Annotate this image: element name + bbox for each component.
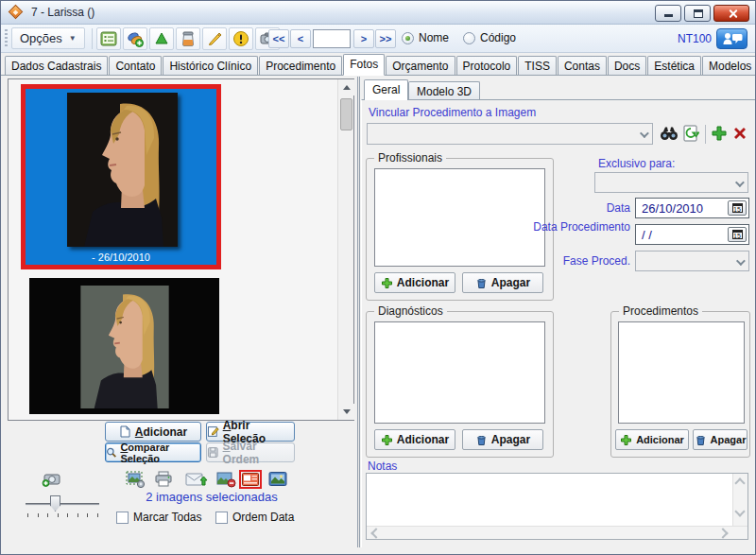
notas-horizontal-scrollbar[interactable] <box>367 526 747 539</box>
minimize-button[interactable] <box>655 5 681 22</box>
tab-protocolo[interactable]: Protocolo <box>456 56 518 75</box>
add-capture-button[interactable] <box>42 471 62 487</box>
scroll-up-button[interactable] <box>338 79 354 95</box>
diagnosticos-apagar-button[interactable]: Apagar <box>462 429 543 450</box>
salvar-ordem-button[interactable]: Salvar Ordem <box>206 442 295 462</box>
procedimentos-adicionar-button[interactable]: Adicionar <box>615 429 689 450</box>
nav-next-button[interactable]: > <box>353 29 374 48</box>
diagnosticos-adicionar-button[interactable]: Adicionar <box>374 429 455 450</box>
maximize-button[interactable] <box>684 5 711 22</box>
record-search-input[interactable] <box>313 29 351 48</box>
marcar-todas-option[interactable]: Marcar Todas <box>116 511 201 524</box>
tab-procedimento[interactable]: Procedimento <box>259 56 342 75</box>
close-button[interactable] <box>713 5 749 22</box>
arrow-left-icon <box>370 528 381 538</box>
nav-last-button[interactable]: >> <box>375 29 396 48</box>
slider-thumb[interactable] <box>50 495 60 512</box>
subtab-geral[interactable]: Geral <box>364 79 408 100</box>
main-toolbar: Opções ▼ << < > >> Nome <box>1 25 755 53</box>
diagnosticos-list[interactable] <box>374 321 545 424</box>
procedimentos-list[interactable] <box>618 321 745 424</box>
photo-thumbnail-2[interactable] <box>29 278 219 414</box>
medications-button[interactable] <box>123 27 147 50</box>
image-view-button[interactable] <box>268 471 287 487</box>
remove-image-button[interactable] <box>216 471 236 488</box>
user-chat-button[interactable] <box>716 28 747 49</box>
adicionar-foto-button[interactable]: Adicionar <box>105 422 201 442</box>
send-email-button[interactable] <box>185 471 208 488</box>
calendar-icon: 15 <box>732 230 743 239</box>
tab-tiss[interactable]: TISS <box>518 56 557 75</box>
profissionais-list[interactable] <box>374 168 545 267</box>
options-menu-button[interactable]: Opções ▼ <box>11 27 85 49</box>
notas-textarea[interactable] <box>366 473 748 540</box>
compare-mode-button-highlighted[interactable] <box>239 470 262 489</box>
tab-dados-cadastrais[interactable]: Dados Cadastrais <box>5 56 108 75</box>
tab-fotos[interactable]: Fotos <box>343 54 385 76</box>
notas-vertical-scrollbar[interactable] <box>732 474 747 526</box>
profissionais-adicionar-button[interactable]: Adicionar <box>374 272 455 293</box>
data-procedimento-input[interactable]: / / 15 <box>635 224 749 245</box>
data-input[interactable]: 26/10/2010 15 <box>635 198 749 218</box>
nav-prev-button[interactable]: < <box>290 29 311 48</box>
evolution-button[interactable] <box>149 27 174 50</box>
comparar-selecao-button[interactable]: Comparar Seleção <box>105 442 201 462</box>
arrow-up-icon <box>343 85 351 90</box>
tab-estetica[interactable]: Estética <box>647 56 701 75</box>
patient-photo-1 <box>67 93 178 247</box>
select-images-button[interactable] <box>125 470 146 489</box>
search-procedimento-button[interactable] <box>660 125 679 142</box>
selection-status-label: 2 imagens selecionadas <box>107 490 317 504</box>
specimen-button[interactable] <box>176 27 200 50</box>
vincular-procedimento-select[interactable] <box>367 123 653 145</box>
pills-icon <box>127 30 144 47</box>
nav-first-button[interactable]: << <box>268 29 289 48</box>
toolbar-gripper[interactable] <box>5 29 8 48</box>
window-controls <box>655 5 749 22</box>
edit-button[interactable] <box>202 27 227 50</box>
data-calendar-button[interactable]: 15 <box>728 200 747 216</box>
tab-docs[interactable]: Docs <box>608 56 646 75</box>
image-remove-icon <box>216 471 236 488</box>
radio-nome[interactable] <box>402 32 414 44</box>
scrollbar-thumb[interactable] <box>340 98 352 130</box>
magnifier-icon <box>106 446 116 459</box>
image-selection-icon <box>125 470 146 489</box>
close-icon <box>728 9 738 19</box>
data-procedimento-calendar-button[interactable]: 15 <box>728 227 747 242</box>
salvar-ordem-label: Salvar Ordem <box>223 440 294 466</box>
profissionais-apagar-button[interactable]: Apagar <box>462 272 543 293</box>
search-by-codigo-option[interactable]: Código <box>463 31 516 44</box>
pane-splitter[interactable] <box>357 77 360 547</box>
search-by-nome-option[interactable]: Nome <box>402 31 449 44</box>
green-plus-icon <box>381 434 393 446</box>
thumbnail-size-slider[interactable] <box>26 503 99 506</box>
refresh-procedimento-button[interactable] <box>682 125 699 142</box>
exclusivo-para-select[interactable] <box>594 172 748 193</box>
adicionar-label: Adicionar <box>135 425 187 439</box>
clear-procedimento-button[interactable] <box>731 125 748 142</box>
scroll-down-button[interactable] <box>338 404 354 420</box>
radio-codigo[interactable] <box>463 32 475 44</box>
ordem-data-option[interactable]: Ordem Data <box>215 511 294 524</box>
users-chat-icon <box>722 31 743 46</box>
print-button[interactable] <box>154 471 173 488</box>
photo-thumbnail-selected[interactable]: - 26/10/2010 <box>21 84 221 269</box>
alert-button[interactable] <box>229 27 253 50</box>
procedimentos-apagar-button[interactable]: Apagar <box>693 429 747 450</box>
subtab-modelo-3d[interactable]: Modelo 3D <box>408 81 480 100</box>
tab-contas[interactable]: Contas <box>558 56 607 75</box>
tab-historico-clinico[interactable]: Histórico Clínico <box>163 56 258 75</box>
marcar-todas-checkbox[interactable] <box>116 512 129 524</box>
radio-codigo-label: Código <box>480 31 516 44</box>
thumbnail-scrollbar[interactable] <box>337 79 353 420</box>
record-form-button[interactable] <box>96 27 121 50</box>
fase-proced-select[interactable] <box>635 251 749 271</box>
tab-contato[interactable]: Contato <box>109 56 162 75</box>
data-label: Data <box>530 201 630 215</box>
add-procedimento-button[interactable] <box>711 125 728 142</box>
minimize-icon <box>664 14 673 17</box>
tab-orcamento[interactable]: Orçamento <box>386 56 455 75</box>
tab-modelos[interactable]: Modelos <box>702 56 756 75</box>
ordem-data-checkbox[interactable] <box>215 512 228 524</box>
